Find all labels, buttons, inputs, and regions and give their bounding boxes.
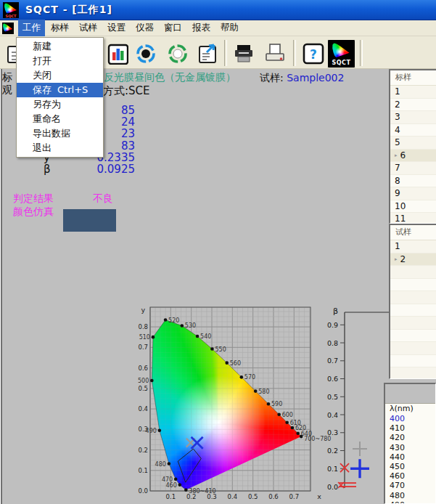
- print-button[interactable]: [229, 39, 258, 68]
- print-preview-button[interactable]: [260, 39, 289, 68]
- menubar-item-8[interactable]: 帮助: [216, 20, 243, 36]
- svg-text:540: 540: [200, 333, 211, 340]
- svg-text:530: 530: [185, 322, 196, 329]
- menubar-item-3[interactable]: 试样: [75, 20, 102, 36]
- file-menu-item[interactable]: 导出数据: [17, 126, 103, 141]
- list-row[interactable]: [390, 279, 436, 292]
- wavelength-row[interactable]: 440: [385, 452, 435, 462]
- list-row[interactable]: [390, 330, 436, 343]
- list-row[interactable]: ▸2: [390, 253, 436, 267]
- list-row[interactable]: 8: [390, 175, 436, 188]
- wavelength-panel-band: [385, 384, 435, 404]
- toolbar-separator: [293, 40, 296, 66]
- sample-label: 试样:: [260, 72, 284, 84]
- sample-name: Sample002: [287, 72, 344, 84]
- color-simulation-swatch: [63, 209, 116, 232]
- toolbar-separator: [224, 40, 227, 66]
- menu-items: 工作标样试样设置仪器窗口报表帮助: [18, 20, 244, 36]
- menu-bar: 工作标样试样设置仪器窗口报表帮助: [0, 20, 436, 36]
- list-row[interactable]: [390, 342, 436, 355]
- file-menu-item[interactable]: 保存Ctrl+S: [17, 83, 103, 97]
- chart-button[interactable]: [103, 39, 131, 68]
- wavelength-row[interactable]: 430: [385, 443, 435, 452]
- color-simulation-label: 颜色仿真: [13, 206, 54, 219]
- sqct-logo-button[interactable]: SQCT: [327, 39, 355, 68]
- standard-row-label-fragment: 标: [2, 71, 12, 84]
- svg-text:380~410: 380~410: [189, 488, 215, 495]
- list-row[interactable]: 2: [390, 99, 436, 112]
- list-row[interactable]: 11: [390, 213, 436, 224]
- menubar-item-7[interactable]: 报表: [188, 20, 215, 36]
- list-row[interactable]: 1: [390, 86, 436, 99]
- list-row[interactable]: 5: [390, 137, 436, 150]
- file-menu-item[interactable]: 关闭: [17, 68, 103, 83]
- print-icon: [232, 42, 255, 65]
- file-menu-item[interactable]: 退出: [17, 141, 103, 155]
- svg-text:0.3: 0.3: [327, 428, 338, 436]
- wavelength-row[interactable]: 410: [385, 423, 435, 433]
- svg-text:560: 560: [230, 360, 241, 367]
- list-row[interactable]: 1: [390, 240, 436, 253]
- menubar-item-1[interactable]: 工作: [18, 20, 45, 36]
- judge-label: 判定结果: [13, 192, 54, 206]
- sample-measure-icon: [166, 42, 189, 65]
- standard-measure-button[interactable]: [131, 39, 160, 68]
- wavelength-header: λ(nm): [385, 404, 435, 414]
- file-menu-dropdown: 新建打开关闭保存Ctrl+S另存为重命名导出数据退出: [16, 37, 104, 158]
- file-menu-item[interactable]: 另存为: [17, 97, 103, 112]
- list-row[interactable]: 9: [390, 187, 436, 200]
- list-row[interactable]: [390, 266, 436, 279]
- svg-text:0.6: 0.6: [327, 375, 338, 383]
- wavelength-row[interactable]: 450: [385, 462, 435, 471]
- menubar-item-4[interactable]: 设置: [103, 20, 130, 36]
- list-row[interactable]: 10: [390, 200, 436, 214]
- document-icon[interactable]: [2, 23, 14, 34]
- help-button[interactable]: ?: [299, 39, 327, 68]
- list-row[interactable]: 4: [390, 124, 436, 137]
- wavelength-row[interactable]: 470: [385, 481, 435, 490]
- list-row[interactable]: [390, 367, 436, 379]
- chart-overlay: 380~410460470480490500510520530540550560…: [134, 304, 323, 501]
- client-edge: [0, 69, 2, 504]
- sample-measure-button[interactable]: [163, 39, 192, 68]
- svg-text:0.8: 0.8: [327, 339, 338, 347]
- menubar-item-6[interactable]: 窗口: [160, 20, 186, 36]
- chart-icon: [107, 43, 128, 65]
- file-menu-item[interactable]: 新建: [17, 39, 103, 54]
- svg-text:490: 490: [146, 428, 157, 434]
- list-row[interactable]: [390, 291, 436, 304]
- svg-text:580: 580: [258, 389, 269, 395]
- list-row[interactable]: ▸6: [390, 150, 436, 163]
- wavelength-row[interactable]: 400: [385, 414, 435, 423]
- window-title: SQCT - [工作1]: [25, 4, 112, 17]
- svg-text:0.2: 0.2: [327, 447, 338, 455]
- list-row[interactable]: [390, 304, 436, 317]
- file-menu-item[interactable]: 打开: [17, 54, 103, 68]
- app-icon: SQCT: [3, 2, 19, 18]
- export-button[interactable]: [194, 39, 222, 68]
- list-row[interactable]: 3: [390, 111, 436, 124]
- sample-name-line: 试样: Sample002: [260, 72, 344, 85]
- measure-mode-text: 方式:SCE: [103, 84, 150, 98]
- print-preview-icon: [263, 42, 287, 65]
- cie-gamut-icon: [4, 3, 17, 14]
- menubar-item-5[interactable]: 仪器: [131, 20, 158, 36]
- chromaticity-diagram: 0.00.10.20.30.40.50.60.70.80.10.20.30.40…: [134, 304, 314, 501]
- wavelength-row[interactable]: 420: [385, 433, 435, 442]
- wavelength-row[interactable]: 480: [385, 491, 435, 500]
- svg-text:?: ?: [310, 47, 317, 62]
- app-window: SQCT SQCT - [工作1] 工作标样试样设置仪器窗口报表帮助: [0, 0, 436, 504]
- wavelength-row[interactable]: 460: [385, 471, 435, 481]
- title-bar[interactable]: SQCT SQCT - [工作1]: [0, 0, 436, 20]
- svg-text:470: 470: [162, 476, 173, 483]
- list-row[interactable]: 7: [390, 162, 436, 175]
- svg-text:480: 480: [155, 461, 166, 468]
- file-menu-item[interactable]: 重命名: [17, 112, 103, 126]
- list-row[interactable]: [390, 317, 436, 330]
- standard-sample-list: 标样 12345▸67891011: [389, 69, 436, 224]
- wavelength-row[interactable]: 490: [385, 500, 435, 504]
- svg-text:570: 570: [244, 374, 255, 381]
- list-row[interactable]: [390, 355, 436, 368]
- menubar-item-2[interactable]: 标样: [46, 20, 73, 36]
- svg-text:0.1: 0.1: [327, 465, 338, 473]
